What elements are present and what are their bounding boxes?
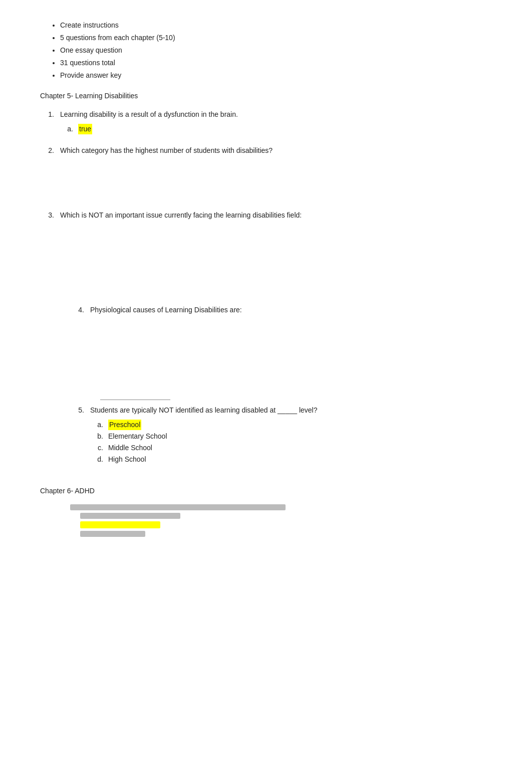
bullet-item-5: Provide answer key [60,70,492,81]
question-3: 3. Which is NOT an important issue curre… [40,210,492,295]
bullet-item-1: Create instructions [60,20,492,31]
chapter6-blur-line-1 [70,504,286,510]
question-1-content: Learning disability is a result of a dys… [60,109,492,135]
question-1-answers: a. true [60,124,492,134]
chapter6-highlight-answer [80,521,160,528]
bullet-item-4: 31 questions total [60,58,492,68]
chapter5-heading: Chapter 5- Learning Disabilities [40,91,492,101]
question-5-text: Students are typically NOT identified as… [90,405,492,416]
underline-decoration [100,400,170,400]
question-2: 2. Which category has the highest number… [40,145,492,200]
q5-answer-d-text: High School [108,454,146,465]
question-2-text: Which category has the highest number of… [60,145,492,156]
chapter6-content-block [40,504,492,537]
q5-answer-b-text: Elementary School [108,431,167,442]
q1-letter-a: a. [60,124,78,134]
q1-answer-a: a. true [60,124,492,134]
question-4-content: Physiological causes of Learning Disabil… [90,305,492,389]
q1-answer-a-text: true [78,124,92,134]
question-1-text: Learning disability is a result of a dys… [60,109,492,120]
question-3-text: Which is NOT an important issue currentl… [60,210,492,221]
q5-letter-d: d. [90,454,108,465]
question-3-content: Which is NOT an important issue currentl… [60,210,492,295]
question-2-number: 2. [40,145,60,156]
question-4-number: 4. [70,305,90,315]
question-2-content: Which category has the highest number of… [60,145,492,200]
chapter6-blur-line-3 [80,531,145,537]
q5-letter-b: b. [90,431,108,442]
q5-answer-b: b. Elementary School [90,431,492,442]
question-5-answers: a. Preschool b. Elementary School c. Mid… [90,420,492,465]
question-4-text: Physiological causes of Learning Disabil… [90,305,492,315]
question-5-content: Students are typically NOT identified as… [90,405,492,466]
q5-answer-d: d. High School [90,454,492,465]
intro-bullet-list: Create instructions 5 questions from eac… [40,20,492,81]
chapter5-questions: 1. Learning disability is a result of a … [40,109,492,295]
q5-letter-a: a. [90,420,108,430]
chapter6-heading: Chapter 6- ADHD [40,486,492,496]
q5-answer-c: c. Middle School [90,443,492,453]
chapter6-blur-line-2 [80,513,180,519]
question-1-number: 1. [40,109,60,120]
q5-answer-a-text: Preschool [108,420,141,430]
q5-answer-c-text: Middle School [108,443,152,453]
bullet-item-2: 5 questions from each chapter (5-10) [60,33,492,43]
q5-answer-a: a. Preschool [90,420,492,430]
question-1: 1. Learning disability is a result of a … [40,109,492,135]
bullet-item-3: One essay question [60,45,492,56]
question-3-number: 3. [40,210,60,221]
question-5: 5. Students are typically NOT identified… [70,405,492,466]
question-4: 4. Physiological causes of Learning Disa… [70,305,492,389]
q5-letter-c: c. [90,443,108,453]
question-5-number: 5. [70,405,90,416]
